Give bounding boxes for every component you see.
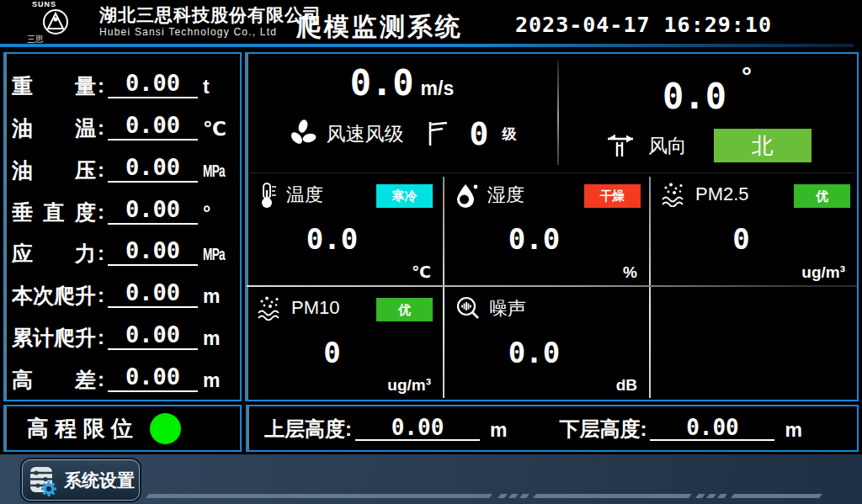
wind-direction-value: 0.0 [662,76,726,117]
oil-temp-label: 油 温 [12,115,96,141]
wind-level-flag-icon [428,119,450,148]
page-title: 爬模监测系统 [296,10,463,45]
total-climb-row: 累计爬升: 0.00 m [12,313,233,350]
elevation-limit-indicator [150,413,181,444]
wind-direction-label: 风向 [648,133,687,159]
oil-pressure-label: 油 压 [12,157,96,183]
total-climb-label: 累计爬升 [12,325,96,350]
humidity-cell: 湿度 干燥 0.0 % [444,173,649,285]
settings-sliders-gear-icon [27,464,57,496]
oil-pressure-row: 油 压: 0.00 MPa [12,146,233,183]
lower-height-group: 下层高度: 0.00 m [559,416,801,441]
settings-button-label: 系统设置 [64,469,135,492]
wind-direction-section: 0.0° 风向 北 [559,54,855,172]
lower-height-value: 0.00 [650,416,774,441]
stress-label: 应 力 [12,241,96,266]
noise-unit: dB [616,376,637,395]
wind-speed-unit: m/s [421,77,455,99]
verticality-row: 垂直度: 0.00 ° [12,188,233,225]
noise-icon [455,295,482,322]
environment-grid: 温度 寒冷 0.0 ℃ 湿度 干燥 0.0 % [247,173,857,400]
verticality-unit: ° [203,201,233,225]
temperature-status-badge: 寒冷 [376,184,433,208]
company-name: 湖北三思科技股份有限公司 Hubei Sansi Technology Co.,… [99,5,322,39]
current-climb-unit: m [203,284,233,308]
wind-direction-unit: ° [742,62,752,90]
pm10-cell: PM10 优 0 ug/m³ [247,287,443,398]
temperature-unit: ℃ [412,263,431,282]
measurements-panel: 重 量: 0.00 t 油 温: 0.00 ℃ 油 压: 0.00 MPa 垂直… [3,52,242,401]
droplet-icon [455,182,480,209]
humidity-unit: % [623,263,637,282]
company-logo: SUNS 三思 [15,1,96,43]
height-diff-row: 高 差: 0.00 m [12,355,233,392]
stress-value: 0.00 [108,238,198,266]
footer-decorative-stripes [147,494,838,498]
wind-level-unit: 级 [502,125,516,144]
lower-height-label: 下层高度 [559,417,640,441]
dust-icon [661,182,688,207]
lower-height-unit: m [785,419,801,441]
system-settings-button[interactable]: 系统设置 [22,459,140,501]
header-bar: SUNS 三思 湖北三思科技股份有限公司 Hubei Sansi Technol… [0,0,862,44]
current-climb-label: 本次爬升 [12,283,96,308]
header-accent-line [0,44,854,47]
wind-speed-section: 0.0m/s 风速风级 0 级 [247,54,557,172]
pm25-label: PM2.5 [695,183,749,205]
noise-label: 噪声 [489,296,526,321]
current-climb-row: 本次爬升: 0.00 m [12,271,233,308]
company-name-en: Hubei Sansi Technology Co., Ltd [99,25,322,39]
pm25-cell: PM2.5 优 0 ug/m³ [651,173,857,285]
pm10-status-badge: 优 [376,298,433,321]
oil-temp-unit: ℃ [203,117,233,141]
humidity-value: 0.0 [444,222,624,256]
pm25-value: 0 [651,222,832,256]
height-diff-unit: m [203,369,233,392]
elevation-limit-label: 高 程 限 位 [27,414,133,443]
pm10-value: 0 [247,336,418,369]
weight-label: 重 量 [12,73,96,98]
humidity-status-badge: 干燥 [584,184,641,208]
datetime-display: 2023-04-17 16:29:10 [515,13,772,37]
sansi-logo-icon [41,8,70,35]
wind-vane-icon [603,130,640,161]
empty-cell [651,287,857,398]
weight-row: 重 量: 0.00 t [12,61,233,98]
elevation-limit-box: 高 程 限 位 [3,405,242,452]
upper-height-value: 0.00 [355,416,480,441]
logo-text-top: SUNS [15,1,96,8]
weight-value: 0.00 [108,71,198,98]
total-climb-unit: m [203,326,233,350]
noise-cell: 噪声 0.0 dB [444,287,649,398]
wind-speed-label: 风速风级 [327,121,404,147]
oil-temp-row: 油 温: 0.00 ℃ [12,103,233,141]
dust-icon [257,295,284,321]
upper-height-group: 上层高度: 0.00 m [264,416,507,441]
fan-icon [288,119,318,149]
stress-row: 应 力: 0.00 MPa [12,229,233,266]
current-climb-value: 0.00 [108,280,198,308]
humidity-label: 湿度 [487,183,524,208]
verticality-value: 0.00 [108,197,198,225]
oil-pressure-unit: MPa [203,159,223,183]
pm25-status-badge: 优 [794,184,850,208]
temperature-cell: 温度 寒冷 0.0 ℃ [247,173,443,285]
upper-height-unit: m [490,419,507,441]
pm10-unit: ug/m³ [387,376,431,395]
total-climb-value: 0.00 [108,322,198,350]
wind-direction-badge: 北 [714,129,811,162]
noise-value: 0.0 [444,336,624,369]
height-diff-value: 0.00 [108,364,198,392]
wind-level-value: 0 [470,115,489,152]
temperature-value: 0.0 [247,222,418,256]
stress-unit: MPa [203,242,223,266]
wind-speed-value: 0.0 [350,62,414,103]
logo-text-bottom: 三思 [15,35,96,43]
company-name-cn: 湖北三思科技股份有限公司 [99,5,322,25]
weight-unit: t [203,75,233,98]
environment-panel: 0.0m/s 风速风级 0 级 0.0° [245,52,859,401]
thermometer-icon [257,182,279,209]
pm25-unit: ug/m³ [801,263,845,282]
temperature-label: 温度 [286,183,323,208]
layer-heights-box: 上层高度: 0.00 m 下层高度: 0.00 m [246,405,859,452]
